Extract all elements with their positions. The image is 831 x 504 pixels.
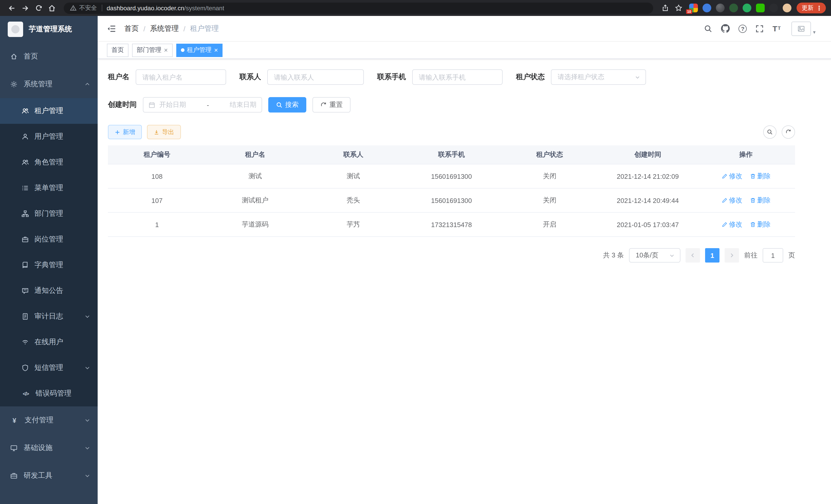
breadcrumb-separator: /	[143, 24, 145, 33]
fullscreen-button[interactable]	[756, 24, 764, 33]
user-avatar-menu[interactable]: ▾	[792, 21, 815, 36]
header-search-button[interactable]	[704, 24, 713, 33]
sidebar-item-sms[interactable]: 短信管理	[0, 355, 98, 381]
cell-created: 2021-12-14 20:49:44	[599, 197, 697, 204]
sidebar-item-user[interactable]: 用户管理	[0, 124, 98, 149]
sidebar-item-role[interactable]: 角色管理	[0, 149, 98, 175]
add-button[interactable]: 新增	[108, 125, 142, 139]
extension-icon[interactable]	[756, 4, 765, 12]
address-bar[interactable]: 不安全 dashboard.yudao.iocoder.cn/system/te…	[64, 2, 653, 13]
sidebar-item-audit-log[interactable]: 审计日志	[0, 304, 98, 329]
sidebar-item-notice[interactable]: 通知公告	[0, 278, 98, 304]
cell-contact: 测试	[304, 172, 402, 181]
sidebar-item-home[interactable]: 首页	[0, 42, 98, 70]
tenant-name-field-group: 租户名	[108, 69, 226, 85]
browser-forward-button[interactable]	[19, 1, 32, 14]
delete-link[interactable]: 删除	[749, 172, 771, 181]
list-icon	[22, 184, 29, 191]
edit-link[interactable]: 修改	[721, 220, 742, 229]
plus-icon	[115, 129, 120, 135]
wifi-icon	[22, 338, 29, 346]
status-placeholder: 请选择租户状态	[557, 72, 604, 82]
search-icon	[704, 24, 713, 33]
calendar-icon	[148, 101, 155, 108]
status-select[interactable]: 请选择租户状态	[551, 69, 646, 85]
refresh-icon	[785, 129, 792, 135]
edit-link[interactable]: 修改	[721, 196, 742, 205]
tenant-table: 租户编号 租户名 联系人 联系手机 租户状态 创建时间 操作 108 测试 测试…	[108, 145, 795, 237]
close-icon[interactable]: ×	[164, 47, 168, 53]
tenant-name-input[interactable]	[136, 69, 226, 85]
close-icon[interactable]: ×	[214, 47, 218, 53]
sidebar-collapse-button[interactable]	[107, 24, 116, 33]
breadcrumb-system[interactable]: 系统管理	[150, 24, 179, 33]
browser-bookmark-button[interactable]	[672, 1, 685, 14]
export-button[interactable]: 导出	[147, 125, 181, 139]
sidebar-item-tenant[interactable]: 租户管理	[0, 98, 98, 124]
security-indicator[interactable]: 不安全	[70, 4, 97, 12]
browser-home-button[interactable]	[45, 1, 59, 14]
delete-link[interactable]: 删除	[749, 196, 771, 205]
next-page-button[interactable]	[725, 248, 739, 263]
sidebar-item-devtools[interactable]: 研发工具	[0, 462, 98, 490]
contact-input[interactable]	[267, 69, 364, 85]
sidebar-item-payment[interactable]: ¥ 支付管理	[0, 406, 98, 434]
extension-icon[interactable]	[703, 4, 711, 12]
browser-update-button[interactable]: 更新 ⋮	[797, 3, 826, 13]
extension-icon[interactable]	[743, 4, 751, 12]
tab-tenant[interactable]: 租户管理 ×	[176, 43, 223, 57]
extension-icon[interactable]	[716, 4, 725, 12]
breadcrumb-separator: /	[183, 24, 185, 33]
sidebar-item-infrastructure[interactable]: 基础设施	[0, 434, 98, 462]
browser-reload-button[interactable]	[32, 1, 45, 14]
reset-button[interactable]: 重置	[312, 97, 350, 113]
extension-icon[interactable]	[783, 4, 792, 12]
hide-search-button[interactable]	[763, 125, 776, 139]
page-url: dashboard.yudao.iocoder.cn/system/tenant	[107, 4, 224, 11]
page-size-value: 10条/页	[636, 251, 658, 260]
cell-actions: 修改 删除	[697, 196, 795, 205]
extension-icon[interactable]	[729, 4, 738, 12]
refresh-table-button[interactable]	[782, 125, 795, 139]
tab-dept[interactable]: 部门管理 ×	[132, 43, 172, 57]
sidebar-item-dict[interactable]: 字典管理	[0, 252, 98, 278]
github-link[interactable]	[721, 24, 730, 33]
caret-down-icon: ▾	[813, 30, 815, 36]
table-toolbar: 新增 导出	[108, 125, 795, 139]
sidebar-item-system[interactable]: 系统管理	[0, 70, 98, 98]
page-number-button[interactable]: 1	[705, 248, 719, 263]
sidebar-item-label: 审计日志	[34, 312, 63, 321]
browser-back-button[interactable]	[5, 1, 19, 14]
help-button[interactable]: ?	[739, 24, 747, 33]
browser-share-button[interactable]	[658, 1, 672, 14]
prev-page-button[interactable]	[686, 248, 700, 263]
phone-input[interactable]	[412, 69, 503, 85]
sidebar-item-error-code[interactable]: </> 错误码管理	[0, 381, 98, 406]
gear-icon	[10, 81, 18, 88]
sidebar-item-online-user[interactable]: 在线用户	[0, 329, 98, 355]
breadcrumb-home[interactable]: 首页	[124, 24, 139, 33]
tab-home[interactable]: 首页	[107, 43, 128, 57]
sidebar-item-post[interactable]: 岗位管理	[0, 227, 98, 252]
browser-menu-icon[interactable]: ⋮	[816, 4, 822, 11]
tab-label: 部门管理	[137, 46, 161, 55]
edit-link[interactable]: 修改	[721, 172, 742, 181]
goto-page-input[interactable]	[763, 248, 783, 263]
sidebar-item-menu[interactable]: 菜单管理	[0, 175, 98, 201]
main-area: 首页 / 系统管理 / 租户管理 ?	[98, 16, 831, 504]
page-size-select[interactable]: 10条/页	[629, 248, 681, 263]
share-icon	[661, 4, 669, 12]
app-logo[interactable]: 芋道管理系统	[0, 16, 98, 42]
extension-icon[interactable]	[769, 4, 778, 12]
sidebar-item-dept[interactable]: 部门管理	[0, 201, 98, 227]
cell-tenant-name: 测试	[206, 172, 304, 181]
column-header: 联系人	[304, 150, 402, 159]
delete-link[interactable]: 删除	[749, 220, 771, 229]
download-icon	[154, 129, 159, 135]
font-size-button[interactable]: TT	[773, 25, 781, 32]
create-time-range-picker[interactable]: 开始日期 - 结束日期	[143, 97, 262, 113]
extension-icon[interactable]: 10	[689, 4, 698, 12]
search-button[interactable]: 搜索	[268, 97, 306, 113]
navbar: 首页 / 系统管理 / 租户管理 ?	[98, 16, 831, 41]
chevron-down-icon	[669, 253, 675, 258]
